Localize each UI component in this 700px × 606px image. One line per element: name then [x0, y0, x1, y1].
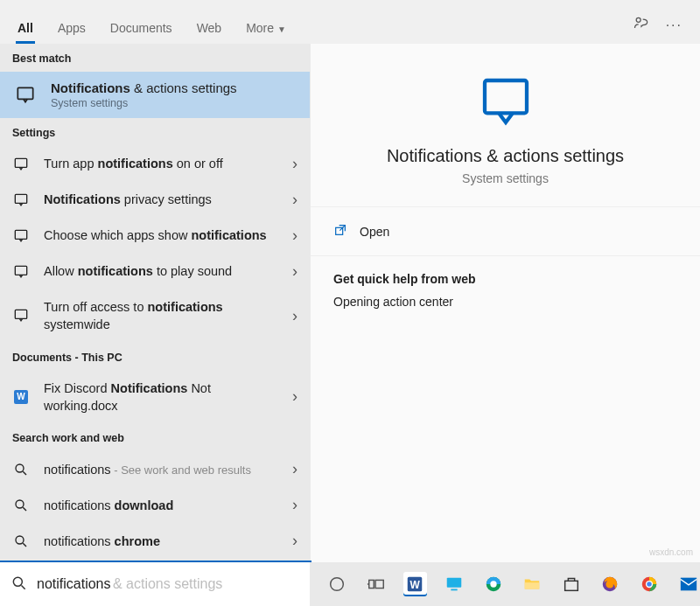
mail-icon[interactable] [676, 572, 700, 596]
chevron-right-icon[interactable]: › [292, 226, 298, 245]
settings-result[interactable]: Choose which apps show notifications › [0, 218, 310, 254]
chevron-right-icon[interactable]: › [292, 262, 298, 281]
result-text: notifications chrome [44, 533, 278, 550]
svg-rect-4 [15, 230, 26, 239]
svg-text:W: W [410, 579, 421, 591]
preview-title: Notifications & actions settings [328, 146, 682, 166]
svg-rect-1 [18, 87, 32, 99]
search-icon [12, 533, 30, 549]
edge-icon[interactable] [481, 572, 505, 596]
search-box[interactable]: notifications & actions settings [0, 562, 310, 606]
svg-point-28 [647, 582, 652, 587]
svg-rect-29 [680, 578, 696, 591]
documents-label: Documents - This PC [0, 343, 310, 371]
chevron-right-icon[interactable]: › [292, 307, 298, 325]
monitor-icon[interactable] [443, 572, 466, 596]
result-text: Turn off access to notifications systemw… [44, 298, 278, 334]
web-result[interactable]: notifications chrome › [0, 523, 310, 559]
chevron-right-icon[interactable]: › [292, 532, 298, 550]
result-text: Choose which apps show notifications [44, 226, 278, 244]
more-icon[interactable]: ··· [666, 17, 682, 33]
svg-rect-6 [15, 310, 26, 319]
result-text: Allow notifications to play sound [44, 262, 278, 280]
web-result[interactable]: notifications - See work and web results… [0, 451, 310, 487]
svg-point-13 [331, 578, 344, 591]
web-label: Search work and web [0, 423, 310, 451]
svg-point-7 [16, 464, 24, 472]
search-icon [12, 498, 30, 513]
taskbar: W [310, 562, 700, 606]
open-action[interactable]: Open [311, 207, 700, 256]
settings-result[interactable]: Allow notifications to play sound › [0, 254, 310, 289]
web-result[interactable]: notifications download › [0, 487, 310, 523]
chrome-icon[interactable] [638, 572, 662, 596]
best-match-title: Notifications & actions settings [51, 80, 298, 95]
notification-icon [12, 263, 30, 281]
chevron-right-icon[interactable]: › [292, 387, 298, 406]
open-icon [333, 223, 347, 240]
notification-icon [12, 307, 30, 324]
watermark: wsxdn.com [649, 547, 693, 557]
file-explorer-icon[interactable] [521, 572, 544, 596]
svg-rect-5 [15, 266, 26, 275]
svg-point-12 [13, 577, 22, 586]
svg-rect-2 [15, 158, 26, 167]
help-title: Get quick help from web [333, 272, 677, 286]
chevron-right-icon[interactable]: › [292, 496, 298, 514]
svg-rect-19 [451, 589, 457, 591]
svg-rect-24 [565, 581, 578, 590]
preview-sub: System settings [328, 171, 682, 185]
svg-point-8 [16, 500, 24, 508]
result-text: Fix Discord Notifications Not working.do… [44, 380, 278, 415]
svg-rect-23 [525, 582, 540, 589]
tab-apps[interactable]: Apps [46, 12, 98, 44]
task-view-icon[interactable] [365, 572, 388, 596]
settings-result[interactable]: Notifications privacy settings › [0, 182, 310, 218]
settings-label: Settings [0, 118, 310, 146]
chevron-right-icon[interactable]: › [292, 191, 298, 209]
preview-pane: Notifications & actions settings System … [310, 44, 700, 562]
document-result[interactable]: W Fix Discord Notifications Not working.… [0, 371, 310, 424]
help-link[interactable]: Opening action center [333, 295, 677, 309]
result-text: notifications download [44, 497, 278, 514]
word-doc-icon: W [12, 390, 30, 404]
settings-result[interactable]: Turn app notifications on or off › [0, 146, 310, 182]
notification-icon [12, 227, 30, 245]
svg-point-9 [16, 536, 24, 544]
feedback-icon[interactable] [633, 15, 650, 35]
search-icon [10, 575, 28, 595]
top-tabs: All Apps Documents Web More▼ ··· [0, 0, 700, 44]
notification-icon [12, 192, 30, 209]
word-icon[interactable]: W [403, 572, 427, 596]
firefox-icon[interactable] [598, 572, 622, 596]
settings-result[interactable]: Turn off access to notifications systemw… [0, 289, 310, 343]
tab-web[interactable]: Web [185, 12, 234, 44]
search-input[interactable] [37, 576, 299, 592]
chevron-right-icon[interactable]: › [292, 460, 298, 478]
tab-all[interactable]: All [5, 12, 46, 44]
best-match-result[interactable]: Notifications & actions settings System … [0, 72, 310, 118]
results-pane: Best match Notifications & actions setti… [0, 44, 310, 562]
svg-point-22 [490, 581, 496, 587]
search-icon [12, 462, 30, 477]
best-match-sub: System settings [51, 97, 298, 109]
notification-icon [12, 156, 30, 173]
svg-point-0 [636, 17, 640, 22]
chevron-right-icon[interactable]: › [292, 155, 298, 173]
preview-icon [478, 118, 534, 132]
result-text: Notifications privacy settings [44, 191, 278, 208]
open-label: Open [360, 225, 389, 239]
best-match-label: Best match [0, 44, 310, 72]
svg-rect-10 [485, 80, 527, 113]
svg-rect-18 [447, 578, 462, 588]
notification-icon [12, 84, 38, 107]
svg-rect-14 [369, 580, 374, 588]
tab-documents[interactable]: Documents [98, 12, 185, 44]
store-icon[interactable] [560, 572, 584, 596]
svg-rect-15 [375, 580, 383, 588]
result-text: Turn app notifications on or off [44, 155, 278, 172]
cortana-icon[interactable] [326, 572, 349, 596]
svg-rect-3 [15, 194, 26, 203]
tab-more[interactable]: More▼ [234, 12, 298, 44]
result-text: notifications - See work and web results [44, 461, 278, 478]
